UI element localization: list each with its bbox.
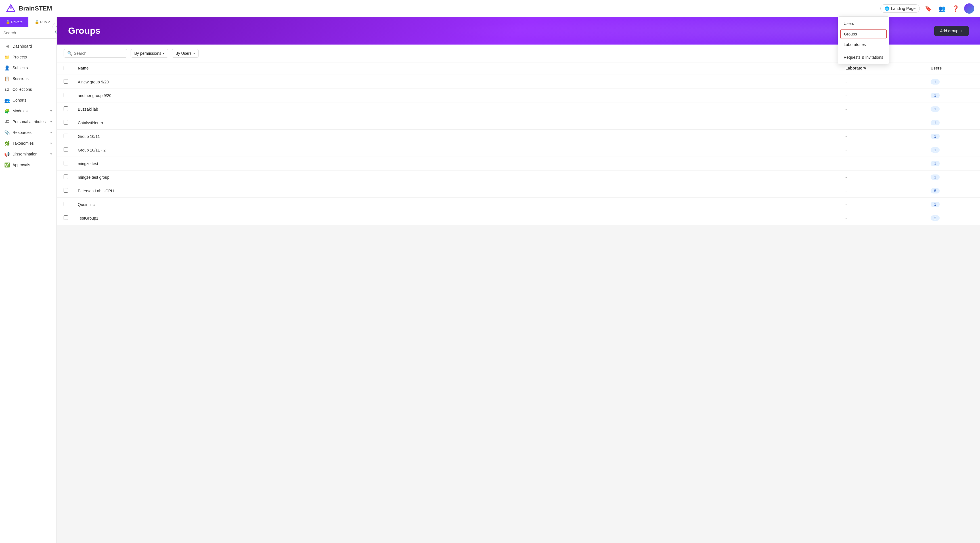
user-count-badge[interactable]: 1: [931, 161, 940, 166]
select-all-checkbox[interactable]: [64, 66, 68, 70]
user-count-badge[interactable]: 1: [931, 120, 940, 125]
row-checkbox-1[interactable]: [64, 93, 78, 98]
row-users-10: 2: [931, 215, 973, 221]
row-checkbox[interactable]: [64, 161, 68, 165]
main-content: Groups Add group + 🔍 By permissions ▾ By…: [57, 17, 980, 543]
row-laboratory-3: -: [845, 121, 931, 125]
sidebar-item-approvals[interactable]: ✅ Approvals: [0, 159, 57, 170]
row-checkbox[interactable]: [64, 188, 68, 193]
row-checkbox-4[interactable]: [64, 133, 78, 139]
cohorts-icon: 👥: [5, 98, 10, 103]
svg-point-1: [10, 6, 12, 9]
row-name-1: another group 9/20: [78, 93, 845, 98]
table-row: Buzsaki lab - 1: [57, 102, 980, 116]
sidebar-item-projects[interactable]: 📁 Projects: [0, 52, 57, 62]
sidebar-item-dashboard[interactable]: ⊞ Dashboard: [0, 41, 57, 52]
collections-icon: 🗂: [5, 87, 10, 92]
sidebar-item-collections[interactable]: 🗂 Collections: [0, 84, 57, 95]
user-count-badge[interactable]: 1: [931, 147, 940, 152]
user-count-badge[interactable]: 1: [931, 175, 940, 180]
row-name-0: A new group 9/20: [78, 80, 845, 84]
user-count-badge[interactable]: 1: [931, 79, 940, 84]
by-permissions-dropdown[interactable]: By permissions ▾: [130, 49, 169, 57]
row-checkbox-2[interactable]: [64, 106, 78, 112]
lock-icon: 🔒: [6, 20, 10, 24]
table-row: Petersen Lab UCPH - 5: [57, 184, 980, 198]
bookmark-button[interactable]: 🔖: [923, 3, 934, 14]
sidebar-search-input[interactable]: [3, 31, 53, 35]
user-count-badge[interactable]: 1: [931, 133, 940, 139]
row-checkbox-9[interactable]: [64, 202, 78, 207]
row-laboratory-1: -: [845, 93, 931, 98]
sidebar-item-modules[interactable]: 🧩 Modules ▾: [0, 106, 57, 116]
page-title: Groups: [68, 25, 100, 36]
resources-chevron: ▾: [50, 130, 52, 135]
add-group-button[interactable]: Add group +: [934, 26, 969, 36]
row-checkbox-8[interactable]: [64, 188, 78, 194]
table-row: Group 10/11 - 2 - 1: [57, 143, 980, 157]
row-checkbox[interactable]: [64, 133, 68, 138]
row-checkbox[interactable]: [64, 175, 68, 179]
row-checkbox-5[interactable]: [64, 147, 78, 152]
taxonomies-icon: 🌿: [5, 141, 10, 146]
row-checkbox[interactable]: [64, 215, 68, 220]
row-users-6: 1: [931, 161, 973, 166]
sidebar-item-dissemination[interactable]: 📢 Dissemination ▾: [0, 149, 57, 159]
sidebar-item-personal-attributes[interactable]: 🏷 Personal attributes ▾: [0, 116, 57, 127]
dropdown-users[interactable]: Users: [838, 18, 889, 29]
table-row: TestGroup1 - 2: [57, 211, 980, 225]
sidebar-tabs: 🔒 Private 🔓 Public: [0, 17, 57, 27]
user-count-badge[interactable]: 1: [931, 106, 940, 112]
row-users-1: 1: [931, 93, 973, 98]
tab-private[interactable]: 🔒 Private: [0, 17, 29, 27]
help-icon: ❓: [952, 5, 959, 12]
tab-public[interactable]: 🔓 Public: [29, 17, 57, 27]
by-users-dropdown[interactable]: By Users ▾: [172, 49, 199, 57]
dashboard-icon: ⊞: [5, 44, 10, 49]
sidebar-item-taxonomies[interactable]: 🌿 Taxonomies ▾: [0, 138, 57, 149]
row-checkbox-6[interactable]: [64, 161, 78, 166]
projects-icon: 📁: [5, 54, 10, 60]
bookmark-icon: 🔖: [925, 5, 932, 12]
user-count-badge[interactable]: 1: [931, 202, 940, 207]
row-checkbox-0[interactable]: [64, 79, 78, 84]
sidebar-item-subjects[interactable]: 👤 Subjects: [0, 62, 57, 73]
row-name-7: mingze test group: [78, 175, 845, 179]
logo-icon: [6, 3, 16, 14]
row-checkbox[interactable]: [64, 202, 68, 206]
row-checkbox[interactable]: [64, 79, 68, 84]
taxonomies-chevron: ▾: [50, 141, 52, 145]
row-checkbox[interactable]: [64, 93, 68, 97]
row-users-5: 1: [931, 147, 973, 152]
landing-page-button[interactable]: 🌐 Landing Page: [880, 4, 920, 13]
user-count-badge[interactable]: 1: [931, 93, 940, 98]
user-count-badge[interactable]: 2: [931, 215, 940, 221]
help-button[interactable]: ❓: [950, 3, 961, 14]
sidebar-item-sessions[interactable]: 📋 Sessions: [0, 73, 57, 84]
banner-decoration: [426, 17, 980, 44]
row-checkbox-7[interactable]: [64, 175, 78, 180]
dropdown-laboratories[interactable]: Laboratories: [838, 40, 889, 50]
modules-icon: 🧩: [5, 108, 10, 113]
by-permissions-chevron: ▾: [163, 52, 165, 55]
sidebar-nav: ⊞ Dashboard 📁 Projects 👤 Subjects 📋 Sess…: [0, 38, 57, 173]
sidebar-item-resources[interactable]: 📎 Resources ▾: [0, 127, 57, 138]
dropdown-requests[interactable]: Requests & Invitations: [838, 52, 889, 62]
users-menu-button[interactable]: 👥: [937, 3, 947, 14]
row-laboratory-4: -: [845, 134, 931, 139]
row-checkbox[interactable]: [64, 147, 68, 152]
filter-search-input[interactable]: [74, 51, 124, 56]
user-count-badge[interactable]: 5: [931, 188, 940, 194]
sidebar-item-cohorts[interactable]: 👥 Cohorts: [0, 95, 57, 106]
row-checkbox[interactable]: [64, 106, 68, 111]
row-checkbox-3[interactable]: [64, 120, 78, 125]
table-row: Group 10/11 - 1: [57, 130, 980, 143]
dropdown-groups[interactable]: Groups: [840, 29, 886, 39]
row-checkbox[interactable]: [64, 120, 68, 125]
avatar[interactable]: [964, 3, 974, 14]
row-laboratory-8: -: [845, 189, 931, 193]
table-row: A new group 9/20 - 1: [57, 75, 980, 89]
col-checkbox: [64, 66, 78, 71]
row-users-2: 1: [931, 106, 973, 112]
row-checkbox-10[interactable]: [64, 215, 78, 221]
